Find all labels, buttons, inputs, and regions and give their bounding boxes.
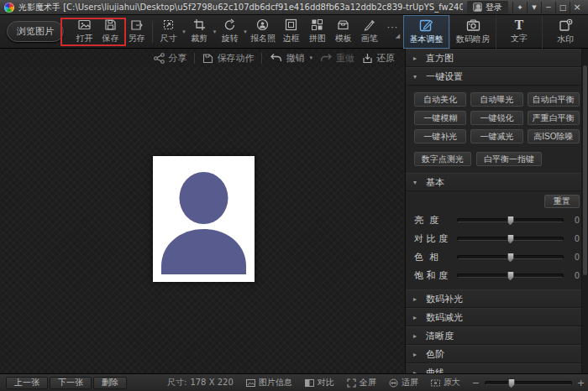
save-action-icon	[202, 53, 213, 64]
one-key-fill-light-button[interactable]: 一键补光	[414, 129, 466, 143]
crop-button[interactable]: 裁剪	[186, 17, 213, 47]
severe-white-balance-button[interactable]: 严重白平衡	[528, 111, 580, 125]
resize-dropdown-icon[interactable]: ▾	[182, 29, 186, 35]
redo-button[interactable]: 重做	[320, 52, 354, 65]
save-button[interactable]: 保存	[97, 17, 123, 47]
scrollbar-thumb[interactable]	[583, 65, 587, 275]
image-size-value: 178 X 220	[190, 378, 233, 387]
section-digital-dim-light[interactable]: ▸ 数码减光	[406, 308, 588, 326]
resize-label: 尺寸	[160, 33, 177, 44]
one-key-sharpen-button[interactable]: 一键锐化	[470, 111, 522, 125]
fullscreen-button[interactable]: 全屏	[347, 377, 376, 388]
saturation-value: 0	[570, 271, 580, 280]
restore-button[interactable]: 还原	[362, 52, 395, 65]
undo-button[interactable]: 撤销 ▾	[270, 52, 312, 65]
slider-thumb[interactable]	[507, 216, 514, 226]
section-digital-fill-light[interactable]: ▸ 数码补光	[406, 289, 588, 308]
save-as-button[interactable]: 另存	[123, 17, 150, 47]
brightness-value: 0	[570, 216, 580, 225]
crop-icon	[193, 18, 206, 31]
section-curves[interactable]: ▸ 曲线	[406, 363, 588, 373]
skin-theme-icon[interactable]: ✦	[512, 2, 527, 13]
save-action-button[interactable]: 保存动作	[202, 52, 254, 65]
menu-dropdown-icon[interactable]: ▼	[527, 2, 541, 13]
share-label: 分享	[168, 52, 186, 65]
brush-button[interactable]: 画笔	[356, 17, 382, 47]
section-curves-label: 曲线	[426, 367, 444, 374]
one-key-blur-button[interactable]: 一键模糊	[414, 111, 466, 125]
browse-images-button[interactable]: 浏览图片	[7, 21, 64, 42]
close-button[interactable]: ×	[570, 2, 584, 13]
rotate-dropdown-icon[interactable]: ▾	[244, 29, 247, 35]
resize-button[interactable]: 尺寸	[155, 17, 181, 47]
original-size-button[interactable]: 原大	[431, 377, 460, 388]
template-button[interactable]: 模板	[330, 17, 356, 47]
zoom-out-button[interactable]: −	[472, 378, 480, 388]
status-bar: 上一张 下一张 删除 尺寸:178 X 220 图片信息 对比 全屏 适屏 原大…	[0, 373, 588, 391]
tab-text[interactable]: T 文字	[496, 15, 542, 49]
section-clarity[interactable]: ▸ 清晰度	[406, 326, 588, 345]
login-button[interactable]: 登录	[467, 1, 508, 14]
minimize-button[interactable]: ─	[541, 2, 555, 13]
digital-spot-metering-button[interactable]: 数字点测光	[414, 152, 471, 166]
expanded-arrow-icon: ▾	[413, 73, 420, 81]
action-bar: 分享 保存动作 撤销 ▾ 重做 还原	[0, 49, 405, 67]
template-label: 模板	[335, 33, 352, 44]
delete-image-button[interactable]: 删除	[93, 377, 127, 389]
app-window: 光影魔术手 [C:\Users\liujiahui\Desktop\u5f279…	[0, 0, 588, 391]
zoom-slider-thumb[interactable]	[507, 378, 515, 388]
section-one-click[interactable]: ▾ 一键设置	[406, 67, 588, 86]
auto-beautify-button[interactable]: 自动美化	[414, 92, 466, 107]
tab-text-label: 文字	[511, 33, 528, 44]
undo-icon	[270, 53, 282, 63]
id-photo-button[interactable]: 报名照	[248, 17, 278, 47]
border-button[interactable]: 边框	[278, 17, 304, 47]
image-info-button[interactable]: 图片信息	[246, 377, 292, 388]
id-photo-label: 报名照	[250, 33, 276, 44]
hue-slider[interactable]	[457, 255, 564, 259]
fit-screen-button[interactable]: 适屏	[389, 377, 418, 388]
open-button[interactable]: 打开	[71, 17, 97, 47]
tab-basic-adjust[interactable]: 基本调整	[403, 15, 449, 49]
template-icon	[337, 18, 349, 31]
slider-thumb[interactable]	[507, 271, 514, 281]
white-balance-one-key-button[interactable]: 白平衡一指键	[476, 152, 542, 166]
zoom-slider[interactable]	[485, 381, 572, 385]
zoom-in-button[interactable]: +	[577, 378, 585, 388]
canvas-region: 分享 保存动作 撤销 ▾ 重做 还原	[0, 49, 405, 373]
maximize-button[interactable]: □	[555, 2, 570, 13]
undo-dropdown-icon[interactable]: ▾	[309, 55, 312, 61]
actionbar-separator	[194, 53, 195, 64]
panel-scrollbar[interactable]	[581, 49, 588, 373]
previous-image-button[interactable]: 上一张	[6, 377, 48, 389]
tab-darkroom[interactable]: 数码暗房	[449, 15, 496, 49]
section-histogram-label: 直方图	[426, 52, 454, 65]
saturation-slider[interactable]	[457, 274, 564, 278]
brightness-slider[interactable]	[457, 218, 564, 222]
tab-watermark[interactable]: 水印	[542, 15, 588, 49]
more-tools-button[interactable]: ··· ◢	[382, 17, 403, 47]
rotate-button[interactable]: 旋转	[217, 17, 243, 47]
collapsed-arrow-icon: ▸	[413, 314, 420, 321]
compare-button[interactable]: 对比	[305, 377, 334, 388]
collapsed-arrow-icon: ▸	[413, 332, 420, 340]
photo-preview[interactable]	[153, 156, 255, 282]
brightness-slider-row: 亮 度 0	[414, 211, 580, 229]
one-key-dim-light-button[interactable]: 一键减光	[470, 129, 522, 143]
section-levels[interactable]: ▸ 色阶	[406, 345, 588, 363]
section-histogram[interactable]: ▸ 直方图	[406, 49, 588, 67]
section-basic[interactable]: ▾ 基本	[406, 173, 588, 191]
collage-button[interactable]: 拼图	[304, 17, 330, 47]
contrast-slider[interactable]	[457, 237, 564, 241]
slider-thumb[interactable]	[507, 253, 514, 263]
high-iso-denoise-button[interactable]: 高ISO除噪	[528, 129, 580, 143]
auto-white-balance-button[interactable]: 自动白平衡	[528, 92, 580, 107]
reset-button[interactable]: 重置	[544, 195, 580, 208]
crop-dropdown-icon[interactable]: ▾	[213, 29, 217, 35]
share-button[interactable]: 分享	[154, 52, 186, 65]
slider-thumb[interactable]	[507, 234, 514, 244]
next-image-button[interactable]: 下一张	[50, 377, 92, 389]
crop-label: 裁剪	[191, 33, 207, 44]
image-canvas[interactable]	[0, 67, 405, 373]
auto-exposure-button[interactable]: 自动曝光	[470, 92, 522, 107]
